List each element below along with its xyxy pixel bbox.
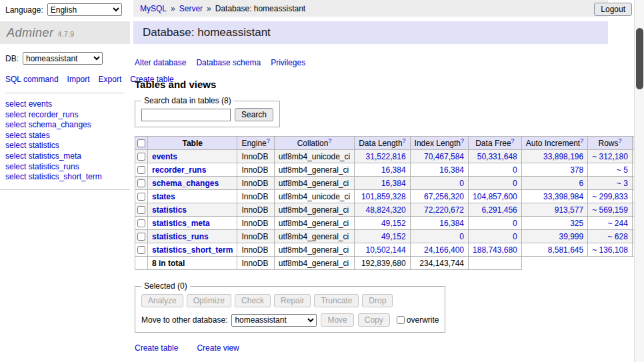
column-header-table: Table <box>148 137 237 150</box>
data-free-cell: 188,743,680 <box>469 243 522 257</box>
help-link[interactable]: ? <box>619 137 622 144</box>
row-checkbox[interactable] <box>137 219 145 227</box>
rows-count-link[interactable]: ~ 244 <box>608 219 628 228</box>
column-label: Rows <box>599 139 619 148</box>
sidebar-select-statistics-runs-link[interactable]: select statistics_runs <box>5 162 125 173</box>
help-link[interactable]: ? <box>403 137 406 144</box>
index-length-cell: 16,384 <box>410 163 468 177</box>
create-view-link[interactable]: Create view <box>197 343 239 353</box>
table-name-link[interactable]: statistics_short_term <box>152 245 233 255</box>
search-button[interactable]: Search <box>235 108 273 121</box>
column-label: Table <box>182 139 202 148</box>
total-data-length-cell: 192,839,680 <box>355 257 410 270</box>
index-length-cell: 72,220,672 <box>410 203 468 217</box>
rows-count-link[interactable]: ~ 628 <box>608 232 628 241</box>
table-row: statesInnoDButf8mb4_unicode_ci101,859,32… <box>135 190 644 203</box>
data-free-cell: 50,331,648 <box>469 150 522 163</box>
column-help: ? <box>403 137 406 144</box>
logout-button[interactable]: Logout <box>594 3 632 16</box>
index-length-cell: 24,166,400 <box>410 243 468 257</box>
rows-count-link[interactable]: ~ 3 <box>617 179 628 188</box>
row-checkbox[interactable] <box>137 206 145 214</box>
move-button[interactable]: Move <box>321 313 353 327</box>
bulk-check-button[interactable]: Check <box>235 294 271 307</box>
sidebar-select-statistics-short-term-link[interactable]: select statistics_short_term <box>5 172 125 183</box>
bulk-optimize-button[interactable]: Optimize <box>187 294 231 307</box>
breadcrumb-link-server[interactable]: Server <box>179 4 203 13</box>
action-alter-database-link[interactable]: Alter database <box>135 58 186 67</box>
column-label: Data Free <box>475 139 511 148</box>
table-name-link[interactable]: events <box>152 152 177 161</box>
sidebar-table-links: select eventsselect recorder_runsselect … <box>0 93 130 190</box>
row-checkbox[interactable] <box>137 246 145 254</box>
db-select[interactable]: homeassistant <box>23 52 103 65</box>
row-checkbox[interactable] <box>137 193 145 201</box>
search-row: Search <box>141 108 273 121</box>
rows-count-link[interactable]: ~ 136,108 <box>592 245 628 255</box>
bulk-truncate-button[interactable]: Truncate <box>314 294 359 307</box>
sidebar: Adminer 4.7.9 DB: homeassistant SQL comm… <box>0 21 130 190</box>
column-header-data-length: Data Length? <box>355 137 410 150</box>
help-link[interactable]: ? <box>328 137 331 144</box>
table-name-link[interactable]: statistics_meta <box>152 219 210 228</box>
sidebar-select-schema-changes-link[interactable]: select schema_changes <box>5 120 125 131</box>
sidebar-select-statistics-link[interactable]: select statistics <box>5 141 125 151</box>
rows-count-link[interactable]: ~ 5 <box>617 165 628 175</box>
rows-count-cell: ~ 312,180 <box>588 150 633 163</box>
rows-count-link[interactable]: ~ 299,833 <box>592 192 628 201</box>
auto-increment-cell: 913,577 <box>521 203 587 217</box>
sidebar-select-events-link[interactable]: select events <box>5 99 125 110</box>
table-name-link[interactable]: schema_changes <box>152 179 219 188</box>
rows-count-link[interactable]: ~ 569,159 <box>592 205 628 215</box>
engine-cell: InnoDB <box>237 190 274 203</box>
help-link[interactable]: ? <box>511 137 515 144</box>
vertical-scrollbar[interactable] <box>634 0 644 362</box>
move-label: Move to other database: <box>141 315 227 325</box>
table-name-link[interactable]: statistics <box>152 205 187 215</box>
table-name-cell: statistics_short_term <box>148 243 237 257</box>
bulk-drop-button[interactable]: Drop <box>362 294 393 307</box>
total-index-length-cell: 234,143,744 <box>410 257 468 270</box>
auto-increment-cell: 325 <box>521 217 587 230</box>
rows-count-link[interactable]: ~ 312,180 <box>592 152 628 161</box>
sidebar-select-states-link[interactable]: select states <box>5 131 125 141</box>
db-selector-row: DB: homeassistant <box>0 44 130 65</box>
copy-button[interactable]: Copy <box>358 313 390 327</box>
language-select[interactable]: English <box>47 3 122 16</box>
data-free-cell: 0 <box>469 217 522 230</box>
language-label: Language: <box>5 5 43 15</box>
column-help: ? <box>619 137 622 144</box>
sidebar-link-export[interactable]: Export <box>99 75 122 84</box>
move-row: Move to other database: homeassistant Mo… <box>141 313 439 327</box>
search-input[interactable] <box>141 109 231 121</box>
sidebar-link-sql-command[interactable]: SQL command <box>5 75 59 84</box>
help-link[interactable]: ? <box>267 137 270 144</box>
breadcrumb-link-mysql[interactable]: MySQL <box>140 4 167 13</box>
action-database-schema-link[interactable]: Database schema <box>196 58 261 67</box>
sidebar-select-statistics-meta-link[interactable]: select statistics_meta <box>5 151 125 162</box>
action-privileges-link[interactable]: Privileges <box>271 58 305 67</box>
table-name-link[interactable]: recorder_runs <box>152 165 206 175</box>
column-help: ? <box>580 137 583 144</box>
move-db-select[interactable]: homeassistant <box>231 314 317 327</box>
select-all-checkbox[interactable] <box>137 139 145 147</box>
collation-cell: utf8mb4_general_ci <box>274 217 354 230</box>
table-name-cell: states <box>148 190 237 203</box>
bulk-analyze-button[interactable]: Analyze <box>141 294 183 307</box>
bulk-repair-button[interactable]: Repair <box>274 294 311 307</box>
scrollbar-thumb[interactable] <box>636 28 643 89</box>
table-name-link[interactable]: statistics_runs <box>152 232 209 241</box>
overwrite-checkbox[interactable] <box>397 316 405 324</box>
row-checkbox[interactable] <box>137 166 145 174</box>
rows-count-cell: ~ 136,108 <box>588 243 633 257</box>
create-table-link[interactable]: Create table <box>135 343 178 353</box>
row-checkbox[interactable] <box>137 179 145 187</box>
row-checkbox[interactable] <box>137 233 145 241</box>
search-legend: Search data in tables (8) <box>141 96 234 105</box>
sidebar-link-import[interactable]: Import <box>67 75 90 84</box>
sidebar-select-recorder-runs-link[interactable]: select recorder_runs <box>5 110 125 121</box>
table-name-link[interactable]: states <box>152 192 175 201</box>
help-link[interactable]: ? <box>580 137 583 144</box>
row-checkbox[interactable] <box>137 153 145 161</box>
help-link[interactable]: ? <box>461 137 464 144</box>
